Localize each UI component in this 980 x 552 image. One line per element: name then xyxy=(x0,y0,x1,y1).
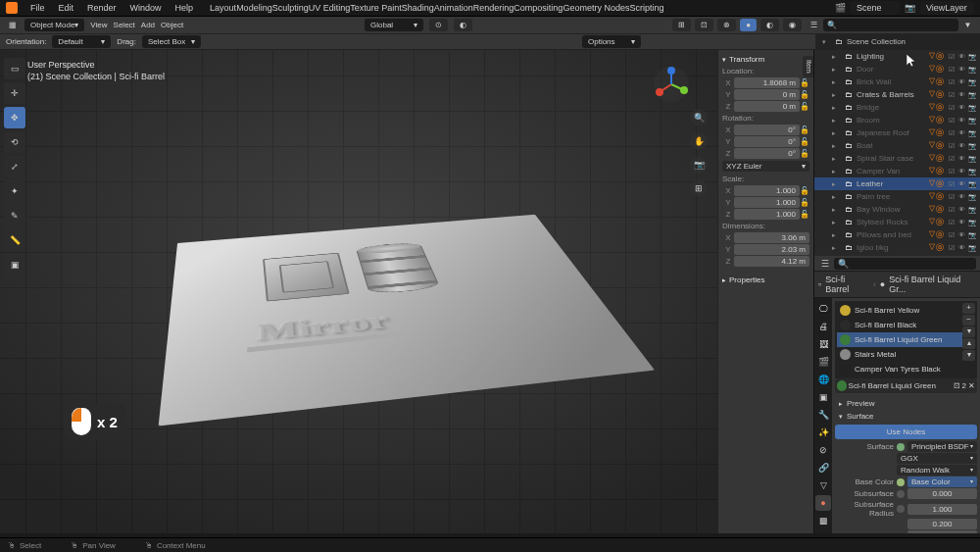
mesh-text-mirror[interactable]: Mirror xyxy=(247,307,404,352)
workspace-scripting[interactable]: Scripting xyxy=(629,3,663,13)
nav-gizmo[interactable] xyxy=(652,65,691,104)
subsurf-r2[interactable]: 0.100 xyxy=(907,530,977,533)
mesh-crate[interactable] xyxy=(263,252,350,301)
tool-annotate[interactable]: ✎ xyxy=(4,205,25,226)
mat-browse-icon[interactable]: ⊡ xyxy=(954,381,960,390)
editor-type-icon[interactable]: ▦ xyxy=(6,19,19,31)
surface-panel[interactable]: Surface xyxy=(835,410,977,423)
tab-material[interactable]: ● xyxy=(815,495,831,511)
tab-output[interactable]: 🖨 xyxy=(815,319,831,334)
proportional-icon[interactable]: ◐ xyxy=(454,19,472,31)
menu-file[interactable]: File xyxy=(24,3,52,13)
mat-btn-2[interactable]: ▾ xyxy=(962,326,975,337)
tool-measure[interactable]: 📏 xyxy=(4,229,25,251)
mat-users[interactable]: 2 xyxy=(962,381,966,390)
workspace-compositing[interactable]: Compositing xyxy=(514,3,563,13)
outliner[interactable]: ▸🗀Lighting▽ⓐ☑👁📷▸🗀Door▽ⓐ☑👁📷▸🗀Brick Wall▽ⓐ… xyxy=(814,50,980,256)
menu-edit[interactable]: Edit xyxy=(52,3,81,13)
tab-particles[interactable]: ✨ xyxy=(815,425,831,440)
3d-viewport[interactable]: ▭ ✛ ✥ ⟲ ⤢ ✦ ✎ 📏 ▣ User Perspective (21) … xyxy=(0,50,813,533)
tab-object[interactable]: ▣ xyxy=(815,389,831,405)
subsurface-value[interactable]: 0.000 xyxy=(907,488,977,499)
viewlayer-field[interactable]: ViewLayer xyxy=(920,1,974,15)
scl-x[interactable]: 1.000 xyxy=(734,185,800,196)
preview-panel[interactable]: Preview xyxy=(835,397,977,410)
menu-render[interactable]: Render xyxy=(80,3,123,13)
mat-new-icon[interactable]: ✕ xyxy=(968,381,975,390)
material-name-field[interactable] xyxy=(849,381,952,390)
mat-btn-4[interactable]: ▾ xyxy=(962,350,975,361)
outliner-item-13[interactable]: ▸🗀Stylised Rocks▽ⓐ☑👁📷 xyxy=(814,216,980,228)
outliner-search[interactable]: 🔍 xyxy=(823,19,958,31)
outliner-item-12[interactable]: ▸🗀Bay Window▽ⓐ☑👁📷 xyxy=(814,203,980,216)
rot-x[interactable]: 0° xyxy=(734,125,800,135)
props-search[interactable]: 🔍 xyxy=(834,258,976,270)
tab-render[interactable]: 🖵 xyxy=(815,301,831,317)
outliner-item-15[interactable]: ▸🗀Igloo bkg▽ⓐ☑👁📷 xyxy=(814,241,980,254)
tool-orientation[interactable]: Default▾ xyxy=(52,35,111,48)
menu-add[interactable]: Add xyxy=(141,21,155,29)
perspective-icon[interactable]: ⊞ xyxy=(690,179,708,197)
outliner-item-11[interactable]: ▸🗀Palm tree▽ⓐ☑👁📷 xyxy=(814,190,980,203)
workspace-geonodes[interactable]: Geometry Nodes xyxy=(563,3,629,13)
tab-data[interactable]: ▽ xyxy=(815,477,831,493)
mat-btn-3[interactable]: ▴ xyxy=(962,338,975,349)
outliner-item-8[interactable]: ▸🗀Spiral Stair case▽ⓐ☑👁📷 xyxy=(814,152,980,165)
tool-rotate[interactable]: ⟲ xyxy=(4,131,25,153)
outliner-item-3[interactable]: ▸🗀Crates & Barrels▽ⓐ☑👁📷 xyxy=(814,88,980,101)
mat-btn-0[interactable]: + xyxy=(962,303,975,314)
outliner-item-10[interactable]: ▸🗀Leather▽ⓐ☑👁📷 xyxy=(814,177,980,190)
menu-help[interactable]: Help xyxy=(169,3,201,13)
transform-header[interactable]: Transform xyxy=(722,53,809,66)
shading-rendered[interactable]: ◉ xyxy=(783,19,802,31)
subsurf-r1[interactable]: 0.200 xyxy=(907,519,977,529)
mesh-barrel[interactable] xyxy=(355,241,440,294)
workspace-layout[interactable]: Layout xyxy=(210,3,236,13)
shader-dropdown[interactable]: Principled BSDF xyxy=(907,441,977,452)
tool-transform[interactable]: ✦ xyxy=(4,180,25,202)
material-slot-0[interactable]: Sci-fi Barrel Yellow xyxy=(837,303,962,318)
basecolor-link[interactable]: Base Color xyxy=(907,477,977,487)
rot-mode[interactable]: XYZ Euler▾ xyxy=(722,161,809,172)
outliner-item-1[interactable]: ▸🗀Door▽ⓐ☑👁📷 xyxy=(814,63,980,75)
workspace-sculpting[interactable]: Sculpting xyxy=(272,3,309,13)
workspace-animation[interactable]: Animation xyxy=(434,3,473,13)
options-dropdown[interactable]: Options▾ xyxy=(582,35,641,48)
tab-scene[interactable]: 🎬 xyxy=(815,354,831,370)
outliner-root[interactable]: ▾🗀Scene Collection xyxy=(819,35,976,48)
menu-select[interactable]: Select xyxy=(114,21,135,29)
tab-constraints[interactable]: 🔗 xyxy=(815,460,831,476)
tool-cursor[interactable]: ✛ xyxy=(4,82,25,104)
zoom-icon[interactable]: 🔍 xyxy=(690,109,708,126)
lock-icon[interactable]: 🔓 xyxy=(800,78,809,87)
material-slot-4[interactable]: Camper Van Tyres Black xyxy=(837,362,962,376)
loc-x[interactable]: 1.8068 m xyxy=(734,77,800,88)
menu-view[interactable]: View xyxy=(90,21,107,29)
loc-z[interactable]: 0 m xyxy=(734,101,800,112)
camera-icon[interactable]: 📷 xyxy=(690,156,708,174)
tab-viewlayer[interactable]: 🖼 xyxy=(815,336,831,352)
snap-icon[interactable]: ⊙ xyxy=(429,19,448,31)
tab-texture[interactable]: ▩ xyxy=(815,513,831,528)
outliner-item-16[interactable]: ▸🗀Beer and Hair▽ⓐ☑👁📷 xyxy=(814,254,980,256)
outliner-item-2[interactable]: ▸🗀Brick Wall▽ⓐ☑👁📷 xyxy=(814,75,980,88)
scl-y[interactable]: 1.000 xyxy=(734,197,800,208)
orientation-field[interactable]: Global▾ xyxy=(365,19,423,31)
outliner-item-7[interactable]: ▸🗀Boat▽ⓐ☑👁📷 xyxy=(814,139,980,152)
dim-y[interactable]: 2.03 m xyxy=(734,244,809,255)
tab-modifiers[interactable]: 🔧 xyxy=(815,407,831,423)
mode-dropdown[interactable]: Object Mode▾ xyxy=(24,19,84,31)
tab-physics[interactable]: ⊘ xyxy=(815,442,831,458)
tool-move[interactable]: ✥ xyxy=(4,107,25,128)
menu-window[interactable]: Window xyxy=(123,3,169,13)
tool-scale[interactable]: ⤢ xyxy=(4,156,25,177)
workspace-uvediting[interactable]: UV Editing xyxy=(309,3,351,13)
npanel-tab-item[interactable]: Item xyxy=(803,56,813,77)
breadcrumb-mat[interactable]: Sci-fi Barrel Liquid Gr... xyxy=(889,275,976,294)
dim-x[interactable]: 3.06 m xyxy=(734,232,809,243)
outliner-item-5[interactable]: ▸🗀Broom▽ⓐ☑👁📷 xyxy=(814,114,980,126)
mat-btn-1[interactable]: − xyxy=(962,315,975,326)
properties-header[interactable]: Properties xyxy=(722,274,809,286)
distribution-dropdown[interactable]: GGX xyxy=(897,453,977,464)
scl-z[interactable]: 1.000 xyxy=(734,209,800,220)
